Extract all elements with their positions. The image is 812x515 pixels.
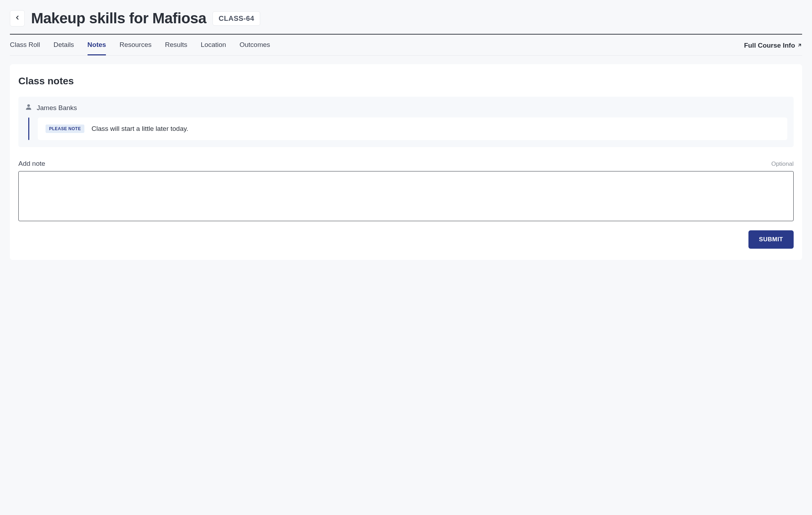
- add-note-label-row: Add note Optional: [18, 160, 794, 168]
- note-tag-pill: PLEASE NOTE: [46, 125, 84, 133]
- tabs: Class Roll Details Notes Resources Resul…: [10, 41, 270, 55]
- class-code-badge: CLASS-64: [213, 11, 260, 26]
- full-course-info-link[interactable]: Full Course Info: [744, 42, 802, 55]
- note-content: PLEASE NOTE Class will start a little la…: [38, 117, 787, 140]
- add-note-input[interactable]: [18, 171, 794, 221]
- back-button[interactable]: [10, 10, 25, 26]
- submit-button[interactable]: SUBMIT: [748, 230, 794, 249]
- tab-notes[interactable]: Notes: [88, 41, 106, 55]
- tab-results[interactable]: Results: [165, 41, 187, 55]
- tab-class-roll[interactable]: Class Roll: [10, 41, 40, 55]
- tabs-row: Class Roll Details Notes Resources Resul…: [10, 35, 802, 56]
- add-note-label: Add note: [18, 160, 45, 168]
- note-text: Class will start a little later today.: [91, 125, 188, 133]
- tab-location[interactable]: Location: [201, 41, 226, 55]
- tab-details[interactable]: Details: [54, 41, 74, 55]
- tab-resources[interactable]: Resources: [119, 41, 151, 55]
- note-accent-bar: [28, 117, 29, 140]
- note-block: James Banks PLEASE NOTE Class will start…: [18, 97, 794, 147]
- svg-point-1: [27, 104, 30, 107]
- person-icon: [25, 103, 32, 113]
- note-author-name: James Banks: [37, 104, 77, 112]
- chevron-left-icon: [14, 14, 20, 22]
- page-header: Makeup skills for Mafiosa CLASS-64: [10, 10, 802, 35]
- tab-outcomes[interactable]: Outcomes: [239, 41, 270, 55]
- external-link-icon: [797, 42, 802, 49]
- note-body: PLEASE NOTE Class will start a little la…: [28, 117, 787, 140]
- add-note-optional: Optional: [771, 160, 794, 168]
- class-notes-heading: Class notes: [18, 75, 794, 87]
- submit-row: SUBMIT: [18, 230, 794, 249]
- full-course-info-label: Full Course Info: [744, 42, 795, 49]
- note-author: James Banks: [25, 103, 787, 113]
- class-notes-card: Class notes James Banks PLEASE NOTE Clas…: [10, 64, 802, 260]
- page-title: Makeup skills for Mafiosa: [31, 10, 206, 27]
